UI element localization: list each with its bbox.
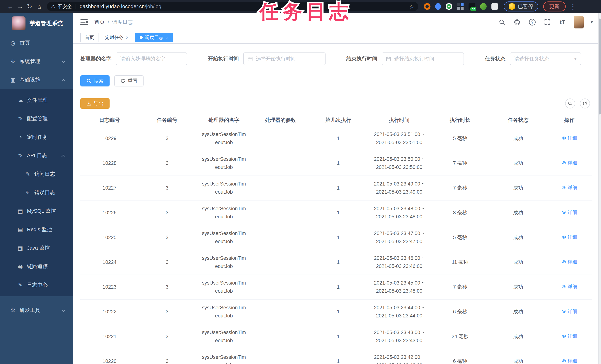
cell-actions: 详细 bbox=[547, 175, 592, 200]
end-time-input[interactable] bbox=[382, 53, 463, 65]
sidebar-item-home[interactable]: ◷首页 bbox=[0, 34, 73, 52]
github-icon[interactable] bbox=[513, 18, 521, 26]
search-button[interactable]: 搜索 bbox=[80, 75, 110, 86]
extension-leaf-icon[interactable] bbox=[480, 3, 487, 10]
sidebar-item-api-log[interactable]: ✎API 日志 bbox=[0, 146, 73, 165]
address-bar[interactable]: ⚠ 不安全 dashboard.yudao.iocoder.cn /job/lo… bbox=[47, 2, 418, 11]
status-label: 任务状态 bbox=[485, 55, 505, 62]
scrollbar-thumb[interactable] bbox=[599, 19, 601, 115]
sidebar-item-devtools[interactable]: ⚒研发工具 bbox=[0, 301, 73, 319]
tab-job-log[interactable]: 调度日志× bbox=[135, 33, 173, 42]
extension-green-icon[interactable]: y bbox=[446, 3, 452, 10]
toggle-search-button[interactable] bbox=[565, 99, 575, 109]
tags-view-bar: 首页定时任务×调度日志× bbox=[73, 31, 601, 44]
detail-link[interactable]: 详细 bbox=[561, 134, 577, 142]
sidebar-item-java[interactable]: ▦Java 监控 bbox=[0, 239, 73, 257]
bookmark-star-icon[interactable]: ☆ bbox=[409, 3, 414, 10]
scrollbar[interactable] bbox=[598, 13, 601, 364]
extension-on-icon[interactable]: on bbox=[469, 3, 475, 10]
detail-link[interactable]: 详细 bbox=[561, 208, 577, 216]
cell-job-id: 3 bbox=[139, 151, 195, 175]
calendar-icon bbox=[386, 56, 391, 61]
end-time-label: 结束执行时间 bbox=[346, 55, 377, 62]
sidebar-item-log-center[interactable]: ✎日志中心 bbox=[0, 276, 73, 294]
status-select[interactable]: 请选择任务状态 ▾ bbox=[510, 52, 581, 65]
table-row: 102283sysUserSessionTimeoutJob12021-05-0… bbox=[80, 151, 592, 175]
filter-form: 处理器的名字 开始执行时间 结束执行时间 bbox=[80, 52, 592, 65]
detail-link[interactable]: 详细 bbox=[561, 183, 577, 192]
extension-grid-icon[interactable] bbox=[457, 3, 464, 10]
export-button[interactable]: 导出 bbox=[80, 98, 110, 109]
back-icon[interactable]: ← bbox=[6, 0, 15, 13]
cell-execute-index: 1 bbox=[309, 324, 368, 349]
reload-icon[interactable]: ↻ bbox=[25, 0, 34, 13]
sidebar-item-file[interactable]: ☁文件管理 bbox=[0, 91, 73, 109]
cell-status: 成功 bbox=[490, 200, 547, 225]
search-icon[interactable] bbox=[498, 18, 506, 26]
detail-link[interactable]: 详细 bbox=[561, 307, 577, 315]
cell-actions: 详细 bbox=[547, 299, 592, 324]
fullscreen-icon[interactable] bbox=[543, 18, 551, 26]
eye-icon bbox=[561, 334, 566, 338]
profile-paused-badge[interactable]: 已暂停 bbox=[504, 1, 538, 11]
tab-home[interactable]: 首页 bbox=[80, 33, 99, 42]
col-actions: 操作 bbox=[547, 114, 592, 126]
reset-button[interactable]: 重置 bbox=[114, 75, 144, 86]
detail-link[interactable]: 详细 bbox=[561, 283, 577, 291]
sidebar-item-access-log[interactable]: ✎访问日志 bbox=[0, 165, 73, 183]
sidebar-item-infra[interactable]: ▣基础设施 bbox=[0, 71, 73, 89]
table-row: 102243sysUserSessionTimeoutJob12021-05-0… bbox=[80, 250, 592, 274]
detail-link[interactable]: 详细 bbox=[561, 332, 577, 340]
sidebar-item-mysql[interactable]: ▤MySQL 监控 bbox=[0, 202, 73, 220]
close-icon[interactable]: × bbox=[166, 35, 168, 40]
col-handler-param: 处理器的参数 bbox=[252, 114, 309, 126]
eye-icon bbox=[561, 185, 566, 190]
sidebar-item-trace[interactable]: ◉链路追踪 bbox=[0, 257, 73, 276]
help-icon[interactable]: ? bbox=[528, 18, 536, 26]
update-button[interactable]: 更新 bbox=[543, 1, 566, 11]
cell-log-id: 10226 bbox=[80, 200, 139, 225]
sidebar-item-system[interactable]: ⚙系统管理 bbox=[0, 52, 73, 71]
breadcrumb-home[interactable]: 首页 bbox=[94, 19, 105, 26]
cloud-icon: ☁ bbox=[16, 97, 24, 103]
cell-execute-time: 2021-05-03 23:45:00 ~2021-05-03 23:45:00 bbox=[368, 274, 431, 299]
extensions-puzzle-icon[interactable] bbox=[491, 3, 498, 10]
detail-link[interactable]: 详细 bbox=[561, 159, 577, 167]
sidebar-item-job[interactable]: ◔定时任务 bbox=[0, 128, 73, 146]
detail-link[interactable]: 详细 bbox=[561, 233, 577, 241]
filter-begin-time: 开始执行时间 bbox=[208, 52, 326, 65]
divider bbox=[76, 4, 76, 9]
sidebar-item-error-log[interactable]: ✎错误日志 bbox=[0, 183, 73, 202]
tab-job[interactable]: 定时任务× bbox=[101, 33, 133, 42]
hamburger-icon[interactable] bbox=[80, 19, 88, 25]
close-icon[interactable]: × bbox=[126, 35, 129, 40]
forward-icon[interactable]: → bbox=[15, 0, 25, 13]
cell-status: 成功 bbox=[490, 274, 547, 299]
eye-icon bbox=[561, 136, 566, 141]
extension-orange-icon[interactable] bbox=[424, 3, 431, 10]
browser-menu-icon[interactable]: ⋮ bbox=[569, 2, 576, 10]
cell-actions: 详细 bbox=[547, 126, 592, 151]
detail-link[interactable]: 详细 bbox=[561, 357, 577, 364]
cell-param bbox=[252, 299, 309, 324]
avatar-caret-icon[interactable]: ▾ bbox=[591, 20, 593, 25]
screen: ← → ↻ ⌂ ⚠ 不安全 dashboard.yudao.iocoder.cn… bbox=[0, 0, 601, 364]
detail-link[interactable]: 详细 bbox=[561, 258, 577, 266]
refresh-table-button[interactable] bbox=[580, 99, 590, 109]
sidebar-item-config[interactable]: ✎配置管理 bbox=[0, 109, 73, 128]
url-path: /job/log bbox=[145, 3, 161, 10]
font-size-icon[interactable]: tT bbox=[559, 18, 567, 26]
extension-bulb-icon[interactable] bbox=[435, 3, 441, 10]
gear-icon: ⚙ bbox=[9, 58, 17, 65]
sidebar-menu: ◷首页⚙系统管理▣基础设施☁文件管理✎配置管理◔定时任务✎API 日志✎访问日志… bbox=[0, 34, 73, 319]
filter-end-time: 结束执行时间 bbox=[346, 52, 464, 65]
begin-time-input[interactable] bbox=[244, 53, 325, 65]
sidebar-item-redis[interactable]: ▤Redis 监控 bbox=[0, 220, 73, 239]
cell-execute-time: 2021-05-03 23:51:00 ~2021-05-03 23:51:00 bbox=[368, 126, 431, 151]
app-logo-row[interactable]: 芋道管理系统 bbox=[0, 13, 73, 34]
user-avatar[interactable] bbox=[574, 16, 584, 29]
search-icon bbox=[568, 101, 572, 106]
home-icon[interactable]: ⌂ bbox=[34, 0, 44, 13]
handler-name-input[interactable] bbox=[116, 53, 187, 65]
cell-execute-index: 1 bbox=[309, 349, 368, 364]
